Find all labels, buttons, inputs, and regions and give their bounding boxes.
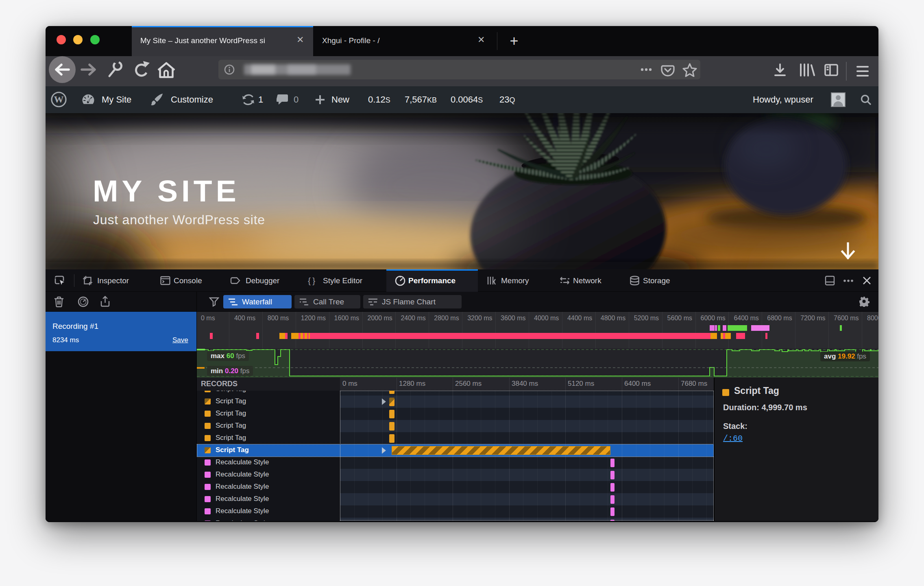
svg-text:W: W (54, 94, 64, 105)
